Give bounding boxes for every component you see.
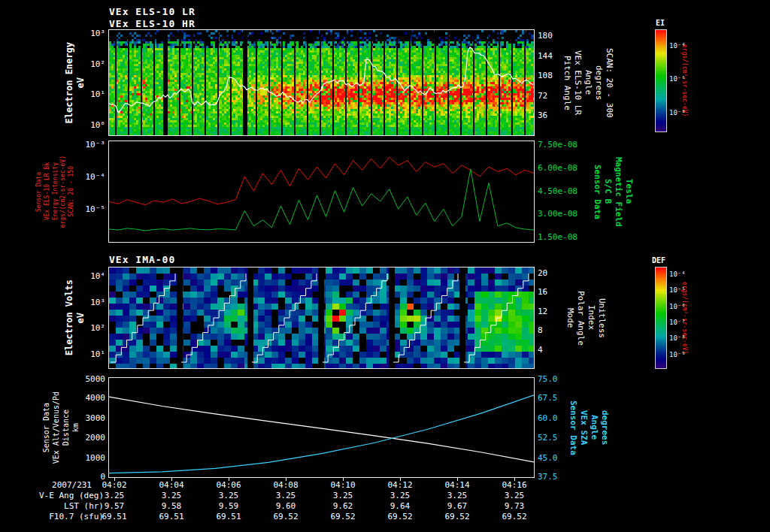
p1-left-axis-label-line: Electron Energy [65,42,74,123]
table-cell: 9.73 [495,502,534,511]
p3-left-axis-label-line: Electron Volts [65,280,74,355]
def-colorbar-tick: 10⁻⁵ [669,286,695,295]
table-cell: 9.59 [209,502,248,511]
altitude-sza-canvas [109,378,534,477]
els-hr-title: VEx ELS-10 HR [109,18,196,29]
panel2-left-tick: 10⁻⁵ [72,205,105,214]
table-cell: 69.52 [495,512,534,521]
p2-left-axis-label-line: Energy Intensity [53,162,59,220]
time-tick-label: 04:14 [438,481,477,490]
time-tick-mark [114,478,115,481]
time-tick-label: 04:02 [95,481,134,490]
p4-right-axis-label: Sensor DataVEx SZAAngledegrees [568,378,609,477]
p2-right-axis-label-line: Sensor Data [593,165,602,219]
p3-right-axis-label-line: Polar Angle [576,291,585,346]
altitude-sza-line-panel [108,377,535,478]
p4-left-axis-label-line: Distance [62,410,70,446]
p1-left-axis-label-line: eV [76,77,86,88]
p2-right-axis-label-line: Tesla [624,179,633,204]
panel2-right-tick: 6.00e-08 [538,164,592,173]
p1-right-axis-label: Pitch AngleVEx ELS-10 LRAngledegreesSCAN… [562,30,614,135]
els-lr-title: VEx ELS-10 LR [109,6,196,17]
vex-summary-plot-page: VEx ELS-10 LR VEx ELS-10 HR VEx IMA-00 E… [0,0,770,532]
p4-right-axis-label-line: degrees [600,410,609,445]
table-cell: 9.67 [438,502,477,511]
time-tick-mark [171,478,172,481]
def-colorbar-canvas [656,268,666,368]
time-tick-mark [514,478,515,481]
time-tick-mark [229,478,229,481]
p3-right-axis-label-line: Mode [565,308,574,328]
table-row-label: F10.7 (sfu) [14,512,104,521]
p4-left-axis-label: Sensor DataVEx Alt/Venus/PdDistancekm [42,378,80,477]
table-cell: 3.25 [438,491,477,500]
table-cell: 69.52 [380,512,420,521]
p4-right-axis-label-line: Angle [590,415,599,440]
p3-right-axis-label-line: Index [587,305,596,330]
table-cell: 69.52 [438,512,477,521]
def-colorbar-tick: 10⁻⁷ [669,318,695,327]
p4-left-axis-label-line: km [71,423,80,432]
def-colorbar-tick: 10⁻⁸ [669,334,695,343]
p2-right-axis-label-line: S/C B [603,179,612,204]
table-cell: 3.25 [380,491,420,500]
time-tick-mark [457,478,458,481]
p1-right-axis-label-line: Pitch Angle [562,56,571,110]
p2-left-axis-label: Sensor DataVEx ELS-10 LR BkEnergy Intens… [36,141,75,242]
table-cell: 3.25 [495,491,534,500]
ei-colorbar [655,29,667,132]
p4-right-axis-label-line: Sensor Data [568,401,578,455]
els-spectrogram-panel [108,29,535,136]
table-cell: 69.52 [266,512,305,521]
table-cell: 69.51 [209,512,248,521]
p1-right-axis-label-line: degrees [594,65,603,100]
table-cell: 9.64 [380,502,420,511]
table-cell: 9.60 [266,502,305,511]
panel2-left-tick: 10⁻³ [72,141,105,150]
p4-right-axis-label-line: VEx SZA [579,410,588,445]
ei-colorbar-canvas [656,30,666,131]
time-tick-mark [400,478,401,481]
panel2-right-tick: 7.50e-08 [538,141,592,150]
intensity-bfield-canvas [109,141,534,242]
def-colorbar [655,267,667,369]
p2-right-axis-label-line: Magnetic Field [614,157,623,227]
table-row-label: V-E Ang (deg) [14,491,104,500]
p3-right-axis-label-line: Unitless [597,298,606,338]
ima-spectrogram-panel [108,267,535,369]
time-tick-mark [343,478,344,481]
p1-right-axis-label-line: Angle [584,70,593,95]
p2-left-axis-label-line: VEx ELS-10 LR Bk [44,162,51,220]
time-tick-mark [286,478,286,481]
table-cell: 3.25 [95,491,134,500]
date-label: 2007/231 [30,481,92,490]
p4-left-axis-label-line: VEx Alt/Venus/Pd [52,391,60,464]
p1-right-axis-label-line: VEx ELS-10 LR [573,50,582,115]
table-cell: 3.25 [152,491,191,500]
panel2-right-tick: 4.50e-08 [538,187,592,196]
panel2-right-tick: 3.00e-08 [538,210,592,219]
time-tick-label: 04:04 [152,481,191,490]
table-cell: 3.25 [323,491,362,500]
panel2-right-tick: 1.50e-08 [538,233,592,242]
def-colorbar-tick: 10⁻⁴ [669,270,695,279]
time-tick-label: 04:16 [495,481,534,490]
table-cell: 9.58 [152,502,191,511]
p3-left-axis-label: Electron VoltseV [65,268,86,368]
p3-right-axis-label: ModePolar AngleIndexUnitless [565,268,606,368]
p2-left-axis-label-line: Sensor Data [36,172,43,212]
time-tick-label: 04:08 [266,481,305,490]
p1-left-axis-label: Electron EnergyeV [65,30,86,135]
table-row-label: LST (hr) [14,502,104,511]
intensity-bfield-line-panel [108,141,535,243]
table-cell: 9.62 [323,502,362,511]
ei-colorbar-tick: 10⁻⁸ [669,108,695,117]
p2-right-axis-label: Sensor DataS/C BMagnetic FieldTesla [593,141,633,242]
p1-right-axis-label-line: SCAN: 20 - 300 [605,48,614,118]
panel2-left-tick: 10⁻⁴ [72,173,105,182]
table-cell: 3.25 [209,491,248,500]
p4-left-axis-label-line: Sensor Data [42,403,50,452]
def-colorbar-title: DEF [652,256,665,264]
ei-colorbar-tick: 10⁻⁶ [669,74,695,83]
ima-title: VEx IMA-00 [109,254,175,265]
